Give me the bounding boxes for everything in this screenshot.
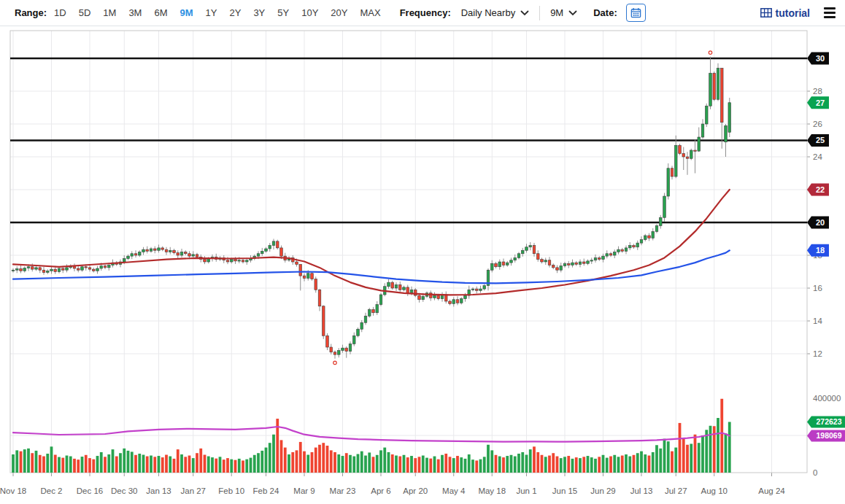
svg-text:27: 27 [816, 98, 825, 107]
swing-marker [333, 361, 336, 364]
svg-text:Feb 24: Feb 24 [253, 486, 279, 495]
date-picker-button[interactable] [626, 4, 646, 22]
period-dropdown[interactable]: 9M [547, 7, 580, 18]
range-option-3m[interactable]: 3M [128, 7, 142, 18]
svg-text:272623: 272623 [816, 417, 841, 426]
moving-average-red [13, 190, 730, 295]
svg-text:May 18: May 18 [478, 486, 506, 495]
last-price-badge: 27 [807, 96, 829, 109]
range-option-5d[interactable]: 5D [79, 7, 91, 18]
film-grid-icon [760, 8, 772, 18]
svg-text:18: 18 [816, 246, 825, 255]
gridlines [10, 31, 810, 476]
svg-text:400000: 400000 [813, 394, 841, 403]
volume-average-line [13, 427, 730, 442]
range-option-1m[interactable]: 1M [103, 7, 116, 18]
ma-red-badge: 22 [807, 184, 829, 196]
svg-text:Jun 29: Jun 29 [590, 486, 616, 495]
plot-border [10, 31, 807, 473]
svg-text:Jul 13: Jul 13 [630, 486, 653, 495]
ma-blue-badge: 18 [807, 244, 829, 257]
svg-text:Jul 27: Jul 27 [665, 486, 687, 495]
tutorial-link[interactable]: tutorial [760, 7, 810, 19]
last-volume-badge: 272623 [807, 416, 845, 427]
horizontal-price-lines [10, 58, 807, 222]
range-option-3y[interactable]: 3Y [253, 7, 265, 18]
swing-marker [709, 51, 711, 54]
svg-text:25: 25 [816, 136, 825, 144]
svg-text:14: 14 [813, 317, 822, 325]
svg-text:Aug 10: Aug 10 [701, 486, 728, 495]
svg-text:Dec 2: Dec 2 [40, 486, 62, 495]
svg-text:12: 12 [813, 349, 822, 358]
svg-text:Feb 10: Feb 10 [218, 486, 244, 495]
svg-text:Nov 18: Nov 18 [0, 486, 26, 495]
candles [12, 57, 730, 359]
hamburger-menu-icon[interactable] [822, 5, 838, 20]
svg-text:Dec 30: Dec 30 [111, 486, 137, 495]
calendar-icon [630, 7, 641, 18]
tutorial-label: tutorial [776, 7, 810, 19]
svg-text:Apr 20: Apr 20 [403, 486, 428, 495]
range-label: Range: [15, 7, 47, 18]
svg-text:Mar 9: Mar 9 [293, 486, 315, 495]
svg-text:Jun 1: Jun 1 [516, 486, 536, 495]
svg-text:24: 24 [813, 152, 822, 161]
volume-average-badge: 198069 [807, 430, 845, 441]
frequency-value: Daily Nearby [461, 7, 515, 18]
range-option-1y[interactable]: 1Y [206, 7, 217, 18]
svg-text:Aug 24: Aug 24 [758, 486, 785, 495]
svg-text:22: 22 [816, 185, 825, 194]
price-volume-chart[interactable]: Nov 18Dec 2Dec 16Dec 30Jan 13Jan 27Feb 1… [0, 26, 845, 504]
range-option-5y[interactable]: 5Y [277, 7, 289, 18]
svg-text:0: 0 [813, 468, 817, 477]
svg-text:Apr 6: Apr 6 [371, 486, 391, 495]
svg-text:Dec 16: Dec 16 [77, 486, 103, 495]
period-value: 9M [550, 7, 563, 18]
toolbar-divider [539, 6, 540, 20]
range-option-10y[interactable]: 10Y [301, 7, 318, 18]
frequency-dropdown[interactable]: Daily Nearby [458, 7, 532, 18]
price-line-badge-20: 20 [807, 217, 829, 229]
range-option-1d[interactable]: 1D [54, 7, 66, 18]
svg-text:Jan 27: Jan 27 [180, 486, 206, 495]
range-option-6m[interactable]: 6M [154, 7, 167, 18]
svg-text:16: 16 [813, 284, 822, 292]
svg-text:Mar 23: Mar 23 [330, 486, 356, 495]
price-line-badge-30: 30 [807, 53, 829, 65]
chart-toolbar: Range: 1D5D1M3M6M9M1Y2Y3Y5Y10Y20YMAX Fre… [0, 0, 845, 26]
frequency-label: Frequency: [400, 7, 451, 18]
svg-text:30: 30 [816, 54, 825, 63]
date-label: Date: [593, 7, 617, 18]
svg-text:Jan 13: Jan 13 [146, 486, 171, 495]
price-line-badge-25: 25 [807, 134, 829, 147]
svg-text:May 4: May 4 [442, 486, 466, 495]
chevron-down-icon [520, 10, 529, 16]
range-option-9m[interactable]: 9M [180, 7, 193, 18]
svg-text:28: 28 [813, 87, 822, 96]
chevron-down-icon [568, 10, 577, 16]
svg-text:Jun 15: Jun 15 [552, 486, 578, 495]
barchart-app: Range: 1D5D1M3M6M9M1Y2Y3Y5Y10Y20YMAX Fre… [0, 0, 845, 504]
svg-text:198069: 198069 [816, 431, 841, 440]
svg-text:20: 20 [816, 218, 825, 227]
range-option-max[interactable]: MAX [360, 7, 380, 18]
svg-text:26: 26 [813, 120, 822, 128]
range-option-20y[interactable]: 20Y [331, 7, 347, 18]
range-selector: 1D5D1M3M6M9M1Y2Y3Y5Y10Y20YMAX [54, 7, 381, 18]
range-option-2y[interactable]: 2Y [229, 7, 241, 18]
